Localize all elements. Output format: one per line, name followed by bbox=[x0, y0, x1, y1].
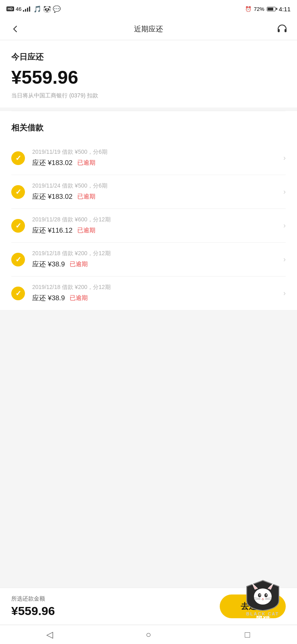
recents-nav-button[interactable]: □ bbox=[235, 630, 260, 640]
selected-label: 所选还款金额 bbox=[11, 595, 55, 603]
alarm-icon: ⏰ bbox=[245, 6, 252, 12]
loan-meta-3: 2019/11/28 借款 ¥600，分12期 bbox=[32, 216, 280, 223]
app-icon-1: 🎵 bbox=[33, 5, 41, 13]
due-label-5: 应还 ¥38.9 bbox=[32, 293, 65, 303]
due-label-2: 应还 ¥183.02 bbox=[32, 192, 72, 201]
checkmark-icon-4: ✓ bbox=[15, 255, 21, 264]
loan-info-3: 2019/11/28 借款 ¥600，分12期 应还 ¥116.12 已逾期 bbox=[32, 216, 280, 235]
hd-badge: HD bbox=[6, 6, 14, 11]
loan-meta-4: 2019/12/18 借款 ¥200，分12期 bbox=[32, 250, 280, 257]
loan-info-1: 2019/11/19 借款 ¥500，分6期 应还 ¥183.02 已逾期 bbox=[32, 149, 280, 167]
loan-item[interactable]: ✓ 2019/11/24 借款 ¥500，分6期 应还 ¥183.02 已逾期 … bbox=[11, 175, 286, 209]
signal-bars-icon bbox=[23, 6, 30, 12]
today-amount: ¥559.96 bbox=[11, 66, 286, 88]
loans-section: 相关借款 ✓ 2019/11/19 借款 ¥500，分6期 应还 ¥183.02… bbox=[0, 111, 297, 310]
bottom-left: 所选还款金额 ¥559.96 bbox=[11, 595, 55, 618]
status-bar: HD 46 🎵 🐼 💬 ⏰ 72% 4:11 bbox=[0, 0, 297, 18]
svg-point-10 bbox=[266, 594, 267, 595]
overdue-badge-4: 已逾期 bbox=[70, 260, 88, 268]
check-circle-1: ✓ bbox=[11, 151, 25, 165]
check-circle-2: ✓ bbox=[11, 185, 25, 199]
status-left: HD 46 🎵 🐼 💬 bbox=[6, 5, 61, 13]
app-icon-2: 🐼 bbox=[43, 5, 51, 13]
checkmark-icon-3: ✓ bbox=[15, 221, 21, 230]
today-section: 今日应还 ¥559.96 当日将从中国工商银行 (0379) 扣款 bbox=[0, 40, 297, 107]
overdue-badge-1: 已逾期 bbox=[77, 159, 95, 167]
loan-info-2: 2019/11/24 借款 ¥500，分6期 应还 ¥183.02 已逾期 bbox=[32, 182, 280, 201]
chevron-icon-2: › bbox=[283, 188, 286, 196]
loan-due-2: 应还 ¥183.02 已逾期 bbox=[32, 192, 280, 201]
black-cat-logo bbox=[243, 578, 283, 611]
loan-item[interactable]: ✓ 2019/11/19 借款 ¥500，分6期 应还 ¥183.02 已逾期 … bbox=[11, 141, 286, 175]
page-title: 近期应还 bbox=[134, 24, 163, 34]
loan-due-1: 应还 ¥183.02 已逾期 bbox=[32, 158, 280, 167]
back-button[interactable] bbox=[8, 22, 23, 36]
nav-bar: 近期应还 bbox=[0, 18, 297, 40]
loan-meta-1: 2019/11/19 借款 ¥500，分6期 bbox=[32, 149, 280, 156]
battery-icon bbox=[267, 7, 276, 11]
headset-button[interactable] bbox=[274, 22, 289, 36]
loan-due-4: 应还 ¥38.9 已逾期 bbox=[32, 260, 280, 269]
loan-meta-5: 2019/12/18 借款 ¥200，分12期 bbox=[32, 284, 280, 291]
today-label: 今日应还 bbox=[11, 52, 286, 62]
loan-info-5: 2019/12/18 借款 ¥200，分12期 应还 ¥38.9 已逾期 bbox=[32, 284, 280, 303]
chevron-icon-3: › bbox=[283, 221, 286, 230]
battery-percentage: 72% bbox=[254, 6, 264, 12]
svg-point-2 bbox=[254, 588, 272, 605]
check-circle-5: ✓ bbox=[11, 287, 25, 300]
status-right: ⏰ 72% 4:11 bbox=[245, 6, 291, 12]
svg-rect-0 bbox=[278, 29, 280, 32]
check-circle-4: ✓ bbox=[11, 253, 25, 266]
bottom-navigation: ◁ ○ □ bbox=[0, 625, 297, 644]
checkmark-icon-5: ✓ bbox=[15, 289, 21, 298]
loan-due-3: 应还 ¥116.12 已逾期 bbox=[32, 226, 280, 235]
overdue-badge-5: 已逾期 bbox=[70, 294, 88, 302]
loan-item[interactable]: ✓ 2019/11/28 借款 ¥600，分12期 应还 ¥116.12 已逾期… bbox=[11, 209, 286, 243]
bottom-total: ¥559.96 bbox=[11, 604, 55, 618]
loan-meta-2: 2019/11/24 借款 ¥500，分6期 bbox=[32, 182, 280, 190]
svg-point-9 bbox=[259, 594, 260, 595]
due-label-4: 应还 ¥38.9 bbox=[32, 260, 65, 269]
signal-text: 46 bbox=[16, 6, 21, 12]
chevron-icon-4: › bbox=[283, 255, 286, 264]
loan-item[interactable]: ✓ 2019/12/18 借款 ¥200，分12期 应还 ¥38.9 已逾期 › bbox=[11, 277, 286, 310]
loan-item[interactable]: ✓ 2019/12/18 借款 ¥200，分12期 应还 ¥38.9 已逾期 › bbox=[11, 243, 286, 277]
back-nav-button[interactable]: ◁ bbox=[37, 630, 62, 640]
app-icon-3: 💬 bbox=[53, 5, 61, 13]
bank-note: 当日将从中国工商银行 (0379) 扣款 bbox=[11, 92, 286, 99]
overdue-badge-2: 已逾期 bbox=[77, 193, 95, 200]
loan-due-5: 应还 ¥38.9 已逾期 bbox=[32, 293, 280, 303]
checkmark-icon-2: ✓ bbox=[15, 188, 21, 196]
home-nav-button[interactable]: ○ bbox=[136, 630, 161, 640]
due-label-3: 应还 ¥116.12 bbox=[32, 226, 72, 235]
check-circle-3: ✓ bbox=[11, 219, 25, 233]
black-cat-watermark: BLACK CAT 黑猫 bbox=[228, 578, 297, 625]
time-display: 4:11 bbox=[279, 6, 291, 12]
svg-rect-1 bbox=[285, 29, 287, 32]
black-cat-chinese: 黑猫 bbox=[256, 615, 270, 624]
due-label-1: 应还 ¥183.02 bbox=[32, 158, 72, 167]
section-title: 相关借款 bbox=[11, 122, 286, 133]
checkmark-icon-1: ✓ bbox=[15, 154, 21, 163]
chevron-icon-1: › bbox=[283, 154, 286, 162]
chevron-icon-5: › bbox=[283, 289, 286, 297]
overdue-badge-3: 已逾期 bbox=[77, 227, 95, 234]
loan-info-4: 2019/12/18 借款 ¥200，分12期 应还 ¥38.9 已逾期 bbox=[32, 250, 280, 269]
